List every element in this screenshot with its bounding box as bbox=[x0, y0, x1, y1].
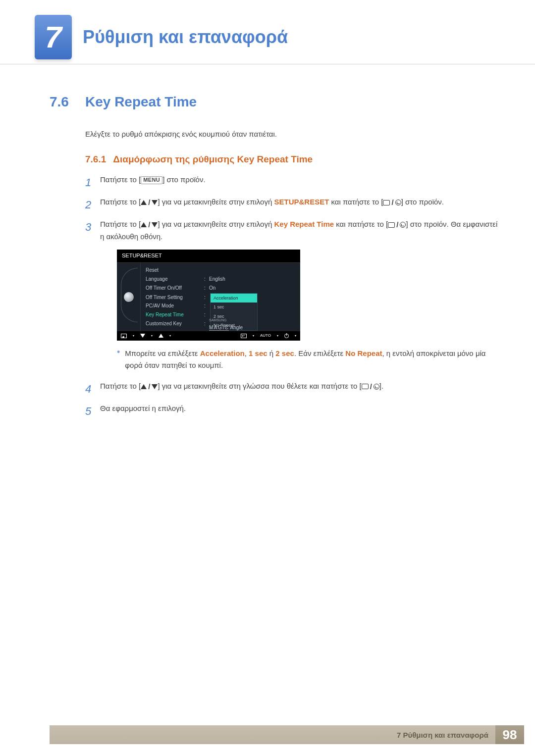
step-2: 2 Πατήστε το [/] για να μετακινηθείτε στ… bbox=[85, 196, 498, 213]
highlight-text: No Repeat bbox=[345, 349, 382, 357]
osd-left-panel bbox=[117, 263, 141, 331]
text: ] στο προϊόν. bbox=[162, 175, 205, 184]
subsection-title: Διαμόρφωση της ρύθμισης Key Repeat Time bbox=[113, 154, 313, 165]
screen-enter-icon: / bbox=[362, 381, 379, 393]
highlight-text: 1 sec bbox=[249, 349, 268, 357]
text: ] για να μετακινηθείτε στη γλώσσα που θέ… bbox=[158, 382, 361, 390]
page-header: 7 Ρύθμιση και επαναφορά bbox=[0, 0, 535, 64]
osd-menu: Reset Language:English Off Timer On/Off:… bbox=[141, 263, 300, 331]
screen-enter-icon: / bbox=[383, 197, 401, 208]
osd-title: SETUP&RESET bbox=[117, 250, 300, 263]
highlight-text: Acceleration bbox=[200, 349, 245, 357]
up-icon bbox=[159, 334, 163, 338]
samsung-label: SAMSUNG bbox=[209, 318, 226, 322]
enter-icon bbox=[241, 334, 247, 338]
up-down-icon: / bbox=[141, 197, 158, 208]
step-number: 5 bbox=[85, 403, 100, 420]
highlight-text: 2 sec bbox=[275, 349, 294, 357]
step-number: 4 bbox=[85, 380, 100, 398]
subsection-number: 7.6.1 bbox=[85, 154, 106, 165]
back-icon: ◂ bbox=[121, 334, 127, 338]
step-1: 1 Πατήστε το [MENU] στο προϊόν. bbox=[85, 174, 498, 191]
step-5: 5 Θα εφαρμοστεί η επιλογή. bbox=[85, 403, 498, 420]
text: Πατήστε το [ bbox=[100, 198, 141, 206]
text: . Εάν επιλέξετε bbox=[294, 349, 345, 357]
osd-row-custom-key: Customized Key: SAMSUNG MAGIC Angle bbox=[141, 319, 300, 328]
power-icon bbox=[284, 334, 289, 338]
step-text: Θα εφαρμοστεί η επιλογή. bbox=[100, 403, 498, 420]
text: ] για να μετακινηθείτε στην επιλογή bbox=[158, 220, 274, 228]
steps-list: 1 Πατήστε το [MENU] στο προϊόν. 2 Πατήστ… bbox=[85, 174, 498, 420]
highlight-text: Key Repeat Time bbox=[274, 220, 334, 228]
osd-row-reset: Reset bbox=[141, 266, 300, 275]
menu-button-icon: MENU bbox=[141, 176, 162, 184]
auto-label: AUTO bbox=[260, 333, 271, 339]
up-down-icon: / bbox=[141, 219, 158, 231]
up-down-icon: / bbox=[141, 381, 158, 393]
highlight-text: SETUP&RESET bbox=[274, 198, 329, 206]
text: , bbox=[245, 349, 249, 357]
osd-option-selected: Acceleration bbox=[211, 294, 257, 302]
text: Μπορείτε να επιλέξετε bbox=[125, 349, 200, 357]
page-number: 98 bbox=[495, 725, 524, 744]
footer-text: 7 Ρύθμιση και επαναφορά bbox=[397, 731, 488, 739]
osd-body: Reset Language:English Off Timer On/Off:… bbox=[117, 263, 300, 331]
osd-footer: ◂ ▾ ▾ ▾ ▾ AUTO ▾ bbox=[117, 331, 300, 341]
step-number: 2 bbox=[85, 196, 100, 213]
section-description: Ελέγξτε το ρυθμό απόκρισης ενός κουμπιού… bbox=[85, 130, 498, 138]
step-3: 3 Πατήστε το [/] για να μετακινηθείτε στ… bbox=[85, 218, 498, 375]
text: και πατήστε το [ bbox=[334, 220, 388, 228]
bullet-icon: • bbox=[117, 348, 120, 371]
bullet-text: Μπορείτε να επιλέξετε Acceleration, 1 se… bbox=[125, 348, 498, 371]
text: Angle bbox=[229, 325, 243, 330]
down-icon bbox=[140, 334, 145, 338]
osd-row-language: Language:English bbox=[141, 275, 300, 284]
osd-row-off-timer-onoff: Off Timer On/Off:On bbox=[141, 284, 300, 293]
section-heading: 7.6 Key Repeat Time bbox=[50, 94, 498, 110]
bullet-item: • Μπορείτε να επιλέξετε Acceleration, 1 … bbox=[117, 348, 498, 371]
magic-label: MAGIC bbox=[209, 325, 229, 331]
text: Πατήστε το [ bbox=[100, 175, 141, 184]
step-text: Πατήστε το [/] για να μετακινηθείτε στην… bbox=[100, 196, 498, 213]
step-number: 3 bbox=[85, 218, 100, 375]
osd-row-off-timer-setting: Off Timer Setting: Acceleration 1 sec 2 … bbox=[141, 293, 300, 302]
step-4: 4 Πατήστε το [/] για να μετακινηθείτε στ… bbox=[85, 380, 498, 398]
chapter-title: Ρύθμιση και επαναφορά bbox=[83, 27, 288, 48]
content-area: 7.6 Key Repeat Time Ελέγξτε το ρυθμό από… bbox=[0, 64, 535, 420]
step-number: 1 bbox=[85, 174, 100, 191]
text: ]. bbox=[379, 382, 383, 390]
osd-option: 1 sec bbox=[211, 302, 257, 311]
section-title: Key Repeat Time bbox=[85, 94, 197, 110]
step-text: Πατήστε το [/] για να μετακινηθείτε στην… bbox=[100, 218, 498, 375]
chapter-number-badge: 7 bbox=[35, 15, 72, 59]
section-number: 7.6 bbox=[50, 94, 85, 110]
text: Πατήστε το [ bbox=[100, 220, 141, 228]
osd-screenshot: SETUP&RESET Reset Language:English Off T… bbox=[117, 250, 300, 340]
text: ή bbox=[268, 349, 276, 357]
page-footer: 7 Ρύθμιση και επαναφορά 98 bbox=[0, 725, 535, 744]
subsection-heading: 7.6.1 Διαμόρφωση της ρύθμισης Key Repeat… bbox=[85, 154, 498, 165]
text: ] για να μετακινηθείτε στην επιλογή bbox=[158, 198, 274, 206]
screen-enter-icon: / bbox=[388, 219, 406, 231]
text: και πατήστε το [ bbox=[329, 198, 383, 206]
step-text: Πατήστε το [/] για να μετακινηθείτε στη … bbox=[100, 380, 498, 398]
step-text: Πατήστε το [MENU] στο προϊόν. bbox=[100, 174, 498, 191]
footer-bar: 7 Ρύθμιση και επαναφορά bbox=[50, 725, 495, 744]
text: Πατήστε το [ bbox=[100, 382, 141, 390]
text: ] στο προϊόν. bbox=[401, 198, 444, 206]
